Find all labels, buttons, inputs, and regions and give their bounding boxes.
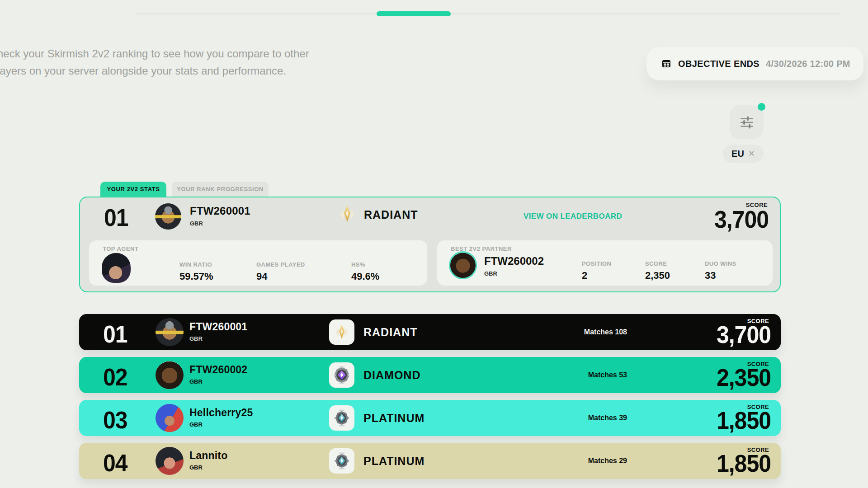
row-score: 1,850 [717, 451, 771, 476]
diamond-rank-icon [333, 366, 351, 384]
objective-ends-badge: OBJECTIVE ENDS 4/30/2026 12:00 PM [646, 47, 863, 80]
tier-badge [329, 448, 354, 474]
row-score: 3,700 [717, 323, 771, 347]
scroll-track [136, 13, 841, 14]
row-avatar [156, 404, 184, 432]
objective-deadline: 4/30/2026 12:00 PM [766, 59, 850, 69]
player-name: FTW260001 [190, 205, 250, 217]
player-country: GBR [190, 220, 203, 227]
tier-badge [329, 362, 354, 388]
row-score: 1,850 [717, 408, 771, 433]
games-played-stat: GAMES PLAYED 94 [256, 261, 305, 282]
row-tier-label: RADIANT [363, 326, 418, 339]
row-tier-label: PLATINUM [363, 455, 425, 468]
row-rank: 03 [103, 408, 127, 432]
filter-button[interactable] [730, 105, 764, 139]
player-rank: 01 [104, 206, 128, 230]
row-player-name: FTW260002 [189, 364, 247, 376]
tier-badge [329, 405, 354, 431]
description-line-2: layers on your server alongside your sta… [0, 65, 286, 77]
row-rank: 01 [103, 322, 127, 347]
row-player-country: GBR [189, 421, 203, 428]
row-avatar [156, 318, 184, 346]
headshot-percent-stat: HS% 49.6% [351, 261, 379, 282]
win-ratio-stat: WIN RATIO 59.57% [179, 261, 213, 282]
tier-badge [329, 319, 354, 345]
row-rank: 02 [103, 365, 127, 389]
partner-score-stat: SCORE 2,350 [645, 260, 670, 282]
platinum-rank-icon [333, 409, 351, 427]
row-matches: Matches 108 [500, 328, 627, 336]
row-tier-label: PLATINUM [363, 412, 425, 425]
top-agent-label: TOP AGENT [103, 245, 138, 252]
row-avatar [156, 447, 184, 475]
duo-wins-stat: DUO WINS 33 [705, 260, 736, 282]
top-agent-avatar [102, 253, 131, 283]
leaderboard-row[interactable]: 01 FTW260001 GBR RADIANT Matches 108 SCO… [79, 314, 781, 350]
tab-your-2v2-stats[interactable]: YOUR 2V2 STATS [100, 182, 166, 197]
row-rank: 04 [103, 451, 127, 475]
calendar-icon [661, 58, 672, 69]
region-filter-chip[interactable]: EU ✕ [723, 145, 764, 163]
close-icon[interactable]: ✕ [748, 150, 755, 158]
row-player-country: GBR [189, 464, 203, 471]
best-partner-panel: BEST 2V2 PARTNER FTW260002 GBR POSITION … [437, 240, 773, 286]
player-tier-label: RADIANT [364, 208, 418, 221]
row-tier-label: DIAMOND [363, 369, 420, 382]
row-player-country: GBR [189, 335, 203, 342]
player-avatar [155, 203, 181, 230]
scroll-thumb[interactable] [377, 11, 451, 16]
radiant-rank-icon [337, 204, 358, 225]
top-agent-panel: TOP AGENT WIN RATIO 59.57% GAMES PLAYED … [89, 240, 427, 286]
leaderboard-row[interactable]: 03 Hellcherry25 GBR PLATINUM Matches 39 … [79, 400, 781, 436]
filter-active-dot [758, 103, 765, 111]
sliders-icon [739, 115, 755, 130]
tab-your-rank-progression[interactable]: YOUR RANK PROGRESSION [172, 182, 269, 197]
partner-name: FTW260002 [484, 255, 544, 267]
partner-country: GBR [484, 270, 497, 277]
your-stats-card: 01 FTW260001 GBR RADIANT VIEW ON LEADERB… [79, 197, 781, 292]
row-player-name: Hellcherry25 [189, 407, 253, 419]
description-line-1: heck your Skirmish 2v2 ranking to see ho… [0, 47, 309, 60]
row-avatar [156, 361, 184, 389]
objective-label: OBJECTIVE ENDS [678, 59, 760, 69]
skirmish-ranking-page: heck your Skirmish 2v2 ranking to see ho… [0, 0, 868, 488]
radiant-rank-icon [333, 323, 351, 341]
leaderboard-row[interactable]: 04 Lannito GBR PLATINUM Matches 29 SCORE… [79, 443, 781, 479]
page-description: heck your Skirmish 2v2 ranking to see ho… [0, 45, 309, 80]
platinum-rank-icon [333, 452, 351, 470]
view-on-leaderboard-link[interactable]: VIEW ON LEADERBOARD [514, 212, 632, 221]
row-matches: Matches 53 [500, 371, 627, 379]
player-score: 3,700 [714, 207, 769, 232]
region-chip-label: EU [731, 149, 744, 159]
row-player-name: FTW260001 [189, 321, 247, 333]
row-matches: Matches 29 [500, 457, 627, 465]
leaderboard-row[interactable]: 02 FTW260002 GBR DIAMOND Matches 53 SCOR… [79, 357, 781, 393]
row-player-country: GBR [189, 378, 203, 385]
partner-avatar [449, 251, 477, 279]
row-player-name: Lannito [189, 450, 227, 462]
partner-position-stat: POSITION 2 [582, 260, 611, 282]
row-matches: Matches 39 [500, 414, 627, 422]
row-score: 2,350 [717, 366, 771, 390]
